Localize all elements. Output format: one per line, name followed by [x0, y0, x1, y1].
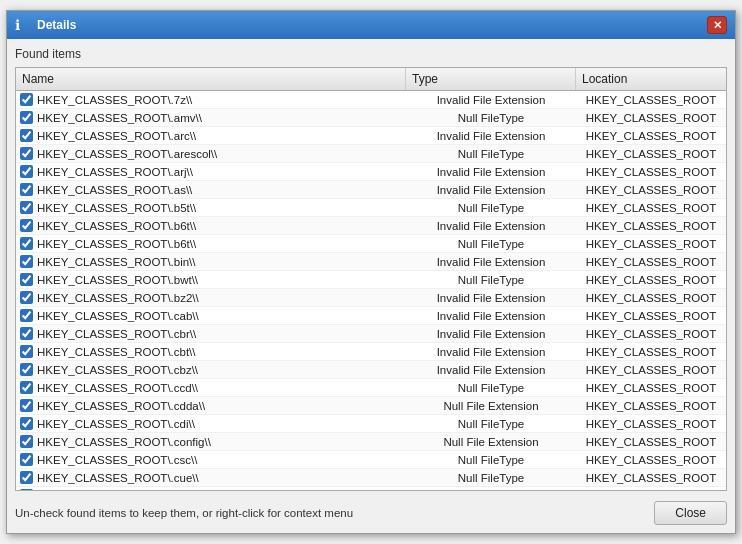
row-name: HKEY_CLASSES_ROOT\.cue\\: [37, 472, 199, 484]
row-name: HKEY_CLASSES_ROOT\.b6t\\: [37, 238, 196, 250]
status-bar: Un-check found items to keep them, or ri…: [15, 497, 727, 525]
cell-type: Invalid File Extension: [406, 93, 576, 107]
row-checkbox[interactable]: [20, 471, 33, 484]
window-icon: ℹ: [15, 17, 31, 33]
row-name: HKEY_CLASSES_ROOT\.cdi\\: [37, 418, 195, 430]
row-name: HKEY_CLASSES_ROOT\.bwt\\: [37, 274, 198, 286]
window-body: Found items Name Type Location HKEY_CLAS…: [7, 39, 735, 533]
cell-name: HKEY_CLASSES_ROOT\.cbt\\: [16, 344, 406, 359]
cell-location: HKEY_CLASSES_ROOT: [576, 435, 726, 449]
row-checkbox[interactable]: [20, 345, 33, 358]
cell-name: HKEY_CLASSES_ROOT\.csc\\: [16, 452, 406, 467]
cell-name: HKEY_CLASSES_ROOT\.cbr\\: [16, 326, 406, 341]
cell-name: HKEY_CLASSES_ROOT\.arj\\: [16, 164, 406, 179]
cell-name: HKEY_CLASSES_ROOT\.arescol\\: [16, 146, 406, 161]
row-checkbox[interactable]: [20, 111, 33, 124]
table-row: HKEY_CLASSES_ROOT\.cdi\\Null FileTypeHKE…: [16, 415, 726, 433]
row-checkbox[interactable]: [20, 237, 33, 250]
row-checkbox[interactable]: [20, 273, 33, 286]
window-title: Details: [37, 18, 76, 32]
cell-name: HKEY_CLASSES_ROOT\.bwt\\: [16, 272, 406, 287]
row-name: HKEY_CLASSES_ROOT\.cbt\\: [37, 346, 196, 358]
row-checkbox[interactable]: [20, 363, 33, 376]
row-checkbox[interactable]: [20, 219, 33, 232]
table-row: HKEY_CLASSES_ROOT\.arj\\Invalid File Ext…: [16, 163, 726, 181]
row-checkbox[interactable]: [20, 381, 33, 394]
table-row: HKEY_CLASSES_ROOT\.arescol\\Null FileTyp…: [16, 145, 726, 163]
cell-type: Null FileType: [406, 417, 576, 431]
cell-location: HKEY_CLASSES_ROOT: [576, 93, 726, 107]
window-close-button[interactable]: ✕: [707, 16, 727, 34]
row-checkbox[interactable]: [20, 291, 33, 304]
row-checkbox[interactable]: [20, 453, 33, 466]
cell-location: HKEY_CLASSES_ROOT: [576, 111, 726, 125]
cell-location: HKEY_CLASSES_ROOT: [576, 363, 726, 377]
table-row: HKEY_CLASSES_ROOT\.csc\\Null FileTypeHKE…: [16, 451, 726, 469]
column-header-location[interactable]: Location: [576, 68, 726, 90]
cell-name: HKEY_CLASSES_ROOT\.amv\\: [16, 110, 406, 125]
row-name: HKEY_CLASSES_ROOT\.config\\: [37, 436, 211, 448]
cell-type: Null File Extension: [406, 489, 576, 491]
row-name: HKEY_CLASSES_ROOT\.as\\: [37, 184, 192, 196]
table-scroll[interactable]: HKEY_CLASSES_ROOT\.7z\\Invalid File Exte…: [16, 91, 726, 490]
row-checkbox[interactable]: [20, 93, 33, 106]
cell-type: Invalid File Extension: [406, 129, 576, 143]
cell-name: HKEY_CLASSES_ROOT\.b5t\\: [16, 200, 406, 215]
close-button[interactable]: Close: [654, 501, 727, 525]
row-name: HKEY_CLASSES_ROOT\.cbz\\: [37, 364, 198, 376]
table-row: HKEY_CLASSES_ROOT\.amv\\Null FileTypeHKE…: [16, 109, 726, 127]
table-row: HKEY_CLASSES_ROOT\.cdda\\Null File Exten…: [16, 397, 726, 415]
row-checkbox[interactable]: [20, 165, 33, 178]
cell-location: HKEY_CLASSES_ROOT: [576, 129, 726, 143]
cell-location: HKEY_CLASSES_ROOT: [576, 219, 726, 233]
row-checkbox[interactable]: [20, 201, 33, 214]
cell-type: Invalid File Extension: [406, 219, 576, 233]
table-row: HKEY_CLASSES_ROOT\.config\\Null File Ext…: [16, 433, 726, 451]
table-row: HKEY_CLASSES_ROOT\.bwt\\Null FileTypeHKE…: [16, 271, 726, 289]
cell-name: HKEY_CLASSES_ROOT\.arc\\: [16, 128, 406, 143]
cell-type: Null FileType: [406, 453, 576, 467]
row-checkbox[interactable]: [20, 399, 33, 412]
cell-location: HKEY_CLASSES_ROOT: [576, 273, 726, 287]
cell-location: HKEY_CLASSES_ROOT: [576, 399, 726, 413]
cell-name: HKEY_CLASSES_ROOT\.cue\\: [16, 470, 406, 485]
cell-type: Invalid File Extension: [406, 363, 576, 377]
cell-type: Invalid File Extension: [406, 345, 576, 359]
row-checkbox[interactable]: [20, 327, 33, 340]
row-name: HKEY_CLASSES_ROOT\.cdda\\: [37, 400, 205, 412]
row-checkbox[interactable]: [20, 435, 33, 448]
cell-type: Invalid File Extension: [406, 255, 576, 269]
row-checkbox[interactable]: [20, 183, 33, 196]
cell-type: Null FileType: [406, 201, 576, 215]
cell-location: HKEY_CLASSES_ROOT: [576, 147, 726, 161]
table-row: HKEY_CLASSES_ROOT\.cbr\\Invalid File Ext…: [16, 325, 726, 343]
cell-type: Null FileType: [406, 147, 576, 161]
table-row: HKEY_CLASSES_ROOT\.as\\Invalid File Exte…: [16, 181, 726, 199]
table-row: HKEY_CLASSES_ROOT\.cbt\\Invalid File Ext…: [16, 343, 726, 361]
details-window: ℹ Details ✕ Found items Name Type Locati…: [6, 10, 736, 534]
row-checkbox[interactable]: [20, 255, 33, 268]
row-checkbox[interactable]: [20, 417, 33, 430]
cell-location: HKEY_CLASSES_ROOT: [576, 291, 726, 305]
row-name: HKEY_CLASSES_ROOT\.7z\\: [37, 94, 192, 106]
table-row: HKEY_CLASSES_ROOT\.b6t\\Null FileTypeHKE…: [16, 235, 726, 253]
row-name: HKEY_CLASSES_ROOT\.arescol\\: [37, 148, 217, 160]
cell-name: HKEY_CLASSES_ROOT\.cbz\\: [16, 362, 406, 377]
row-checkbox[interactable]: [20, 147, 33, 160]
cell-name: HKEY_CLASSES_ROOT\.cdda\\: [16, 398, 406, 413]
row-name: HKEY_CLASSES_ROOT\.b5t\\: [37, 202, 196, 214]
table-row: HKEY_CLASSES_ROOT\.bz2\\Invalid File Ext…: [16, 289, 726, 307]
cell-location: HKEY_CLASSES_ROOT: [576, 237, 726, 251]
row-checkbox[interactable]: [20, 309, 33, 322]
row-name: HKEY_CLASSES_ROOT\.arc\\: [37, 130, 196, 142]
column-header-name[interactable]: Name: [16, 68, 406, 90]
cell-location: HKEY_CLASSES_ROOT: [576, 255, 726, 269]
column-header-type[interactable]: Type: [406, 68, 576, 90]
cell-location: HKEY_CLASSES_ROOT: [576, 471, 726, 485]
row-name: HKEY_CLASSES_ROOT\.bin\\: [37, 256, 196, 268]
cell-location: HKEY_CLASSES_ROOT: [576, 183, 726, 197]
row-name: HKEY_CLASSES_ROOT\.arj\\: [37, 166, 193, 178]
row-checkbox[interactable]: [20, 129, 33, 142]
cell-name: HKEY_CLASSES_ROOT\.bz2\\: [16, 290, 406, 305]
row-checkbox[interactable]: [20, 489, 33, 490]
